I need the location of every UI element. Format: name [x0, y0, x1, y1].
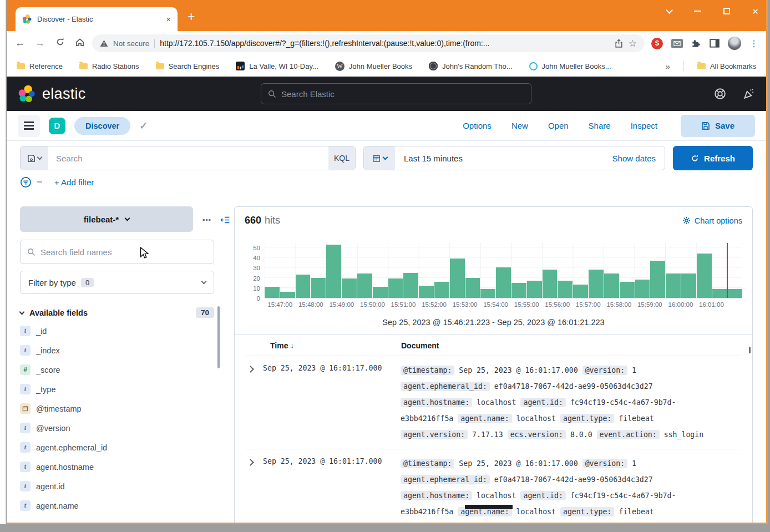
field-item[interactable]: @timestamp: [20, 399, 215, 418]
histogram-bar[interactable]: [326, 245, 341, 298]
space-badge[interactable]: D: [49, 118, 65, 134]
sort-descending-icon[interactable]: ↓: [290, 341, 294, 349]
mail-extension-icon[interactable]: [671, 39, 683, 48]
histogram-bar[interactable]: [697, 254, 712, 298]
nav-link-share[interactable]: Share: [589, 121, 611, 130]
nav-link-options[interactable]: Options: [463, 121, 492, 130]
home-icon[interactable]: [72, 37, 88, 50]
nav-link-new[interactable]: New: [511, 121, 528, 130]
expand-row-icon[interactable]: [247, 459, 254, 466]
histogram-bar[interactable]: [403, 273, 418, 298]
new-tab-button[interactable]: +: [188, 9, 195, 24]
histogram-bar[interactable]: [450, 259, 465, 298]
histogram-bar[interactable]: [511, 283, 526, 298]
field-item[interactable]: tagent.ephemeral_id: [20, 438, 215, 457]
bookmark-star-icon[interactable]: ☆: [629, 38, 637, 49]
nav-link-inspect[interactable]: Inspect: [631, 121, 657, 130]
close-window-icon[interactable]: ×: [752, 6, 758, 17]
expand-row-icon[interactable]: [247, 366, 254, 373]
search-input[interactable]: Search: [48, 146, 328, 170]
forward-icon[interactable]: →: [32, 37, 48, 49]
table-scrollbar-thumb[interactable]: [749, 347, 751, 353]
refresh-button[interactable]: Refresh: [673, 146, 753, 170]
histogram-bar[interactable]: [465, 278, 480, 298]
show-dates-button[interactable]: Show dates: [612, 154, 665, 163]
all-bookmarks-button[interactable]: All Bookmarks: [697, 62, 756, 70]
plot-area[interactable]: [265, 243, 742, 298]
histogram-bar[interactable]: [681, 273, 696, 298]
histogram-bar[interactable]: [265, 287, 280, 298]
histogram-bar[interactable]: [480, 289, 495, 298]
bookmark-item[interactable]: Search Engines: [156, 62, 220, 70]
security-label[interactable]: Not secure: [113, 39, 149, 48]
back-icon[interactable]: ←: [12, 37, 28, 49]
histogram-bar[interactable]: [543, 270, 558, 298]
url-text[interactable]: http://172.105.7.150/app/discover#/?_g=(…: [160, 39, 609, 48]
tab-close-icon[interactable]: ×: [166, 15, 171, 23]
histogram-bar[interactable]: [388, 278, 403, 298]
field-item[interactable]: tagent.id: [20, 477, 215, 496]
address-bar[interactable]: Not secure http://172.105.7.150/app/disc…: [92, 34, 645, 52]
available-fields-header[interactable]: Available fields 70: [20, 307, 214, 318]
field-item[interactable]: t@version: [20, 418, 215, 438]
breadcrumb-discover[interactable]: Discover: [74, 117, 130, 135]
shield-extension-icon[interactable]: S: [651, 38, 663, 49]
saved-query-menu-button[interactable]: [21, 146, 48, 170]
share-icon[interactable]: [614, 39, 624, 48]
help-lifering-icon[interactable]: [714, 88, 726, 100]
time-range-value[interactable]: Last 15 minutes: [395, 154, 612, 163]
histogram-bar[interactable]: [296, 275, 311, 298]
horizontal-scrollbar-thumb[interactable]: [465, 505, 513, 509]
add-filter-button[interactable]: + Add filter: [54, 178, 94, 187]
histogram-bar[interactable]: [712, 289, 727, 298]
bookmark-item[interactable]: John Mueller Books...: [529, 62, 611, 70]
histogram-bar[interactable]: [727, 289, 742, 298]
side-panel-icon[interactable]: [710, 39, 720, 48]
extensions-puzzle-icon[interactable]: [691, 38, 701, 48]
filter-icon[interactable]: [20, 176, 32, 188]
histogram-bar[interactable]: [280, 292, 295, 298]
chart-options-button[interactable]: Chart options: [682, 216, 742, 225]
kql-button[interactable]: KQL: [328, 146, 355, 170]
histogram-bar[interactable]: [342, 278, 357, 298]
histogram-bar[interactable]: [573, 285, 588, 298]
field-search-input[interactable]: Search field names: [20, 240, 214, 264]
field-item[interactable]: tagent.name: [20, 496, 215, 515]
field-item[interactable]: #_score: [20, 360, 215, 379]
menu-hamburger-icon[interactable]: [18, 115, 40, 137]
histogram-bar[interactable]: [496, 267, 511, 298]
histogram-bar[interactable]: [666, 273, 681, 298]
bookmark-item[interactable]: La Valle, WI 10-Day...: [236, 62, 318, 70]
save-button[interactable]: Save: [681, 115, 755, 137]
histogram-bar[interactable]: [589, 270, 604, 298]
browser-tab[interactable]: Discover - Elastic ×: [16, 7, 178, 31]
histogram-bar[interactable]: [311, 278, 326, 298]
reload-icon[interactable]: [52, 37, 68, 49]
histogram-bar[interactable]: [650, 261, 665, 298]
field-options-dots-icon[interactable]: [202, 215, 211, 225]
newsfeed-icon[interactable]: [743, 88, 755, 100]
histogram-bar[interactable]: [419, 286, 434, 298]
histogram-bar[interactable]: [558, 281, 573, 298]
sidebar-scrollbar[interactable]: [217, 306, 220, 368]
minimize-icon[interactable]: [694, 11, 701, 12]
bookmark-item[interactable]: Radio Stations: [79, 62, 139, 70]
nav-link-open[interactable]: Open: [548, 121, 569, 130]
histogram-bar[interactable]: [373, 287, 388, 298]
collapse-sidebar-icon[interactable]: [220, 215, 230, 225]
field-item[interactable]: tagent.hostname: [20, 457, 215, 477]
field-item[interactable]: t_index: [20, 341, 215, 360]
date-quick-menu-button[interactable]: [364, 146, 395, 170]
tab-search-icon[interactable]: [666, 7, 673, 14]
histogram-bar[interactable]: [357, 273, 372, 298]
index-pattern-selector[interactable]: filebeat-*: [20, 206, 193, 232]
histogram-bar[interactable]: [527, 281, 542, 298]
bookmark-item[interactable]: John's Random Tho...: [429, 62, 513, 70]
bookmark-item[interactable]: Reference: [17, 62, 63, 70]
maximize-icon[interactable]: [723, 8, 730, 14]
histogram-bar[interactable]: [635, 280, 650, 298]
histogram-bar[interactable]: [604, 273, 619, 298]
field-item[interactable]: t_type: [20, 379, 215, 399]
histogram-bar[interactable]: [434, 282, 449, 298]
filter-by-type-select[interactable]: Filter by type 0: [20, 271, 214, 294]
